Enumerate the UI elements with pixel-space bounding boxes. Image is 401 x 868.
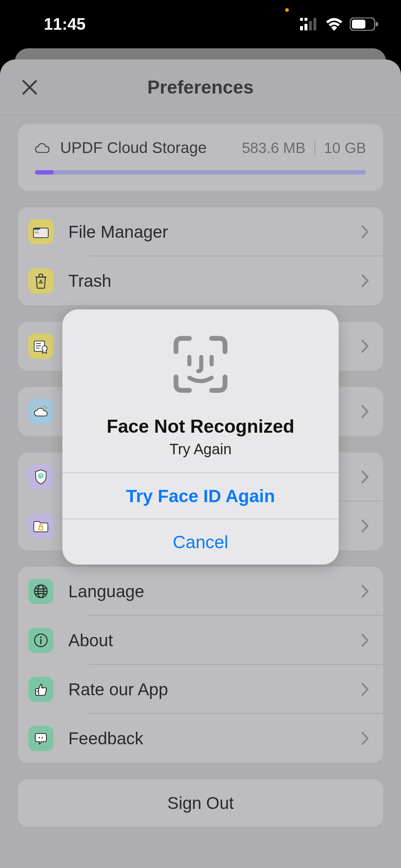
cancel-label: Cancel [173,532,228,552]
try-again-button[interactable]: Try Face ID Again [62,472,339,518]
alert-body: Face Not Recognized Try Again [62,309,339,472]
faceid-alert: Face Not Recognized Try Again Try Face I… [62,309,339,565]
faceid-icon [167,331,234,398]
alert-title: Face Not Recognized [77,416,324,437]
alert-backdrop: Face Not Recognized Try Again Try Face I… [0,0,401,868]
cancel-button[interactable]: Cancel [62,518,339,565]
try-again-label: Try Face ID Again [126,486,275,506]
alert-subtitle: Try Again [77,441,324,458]
